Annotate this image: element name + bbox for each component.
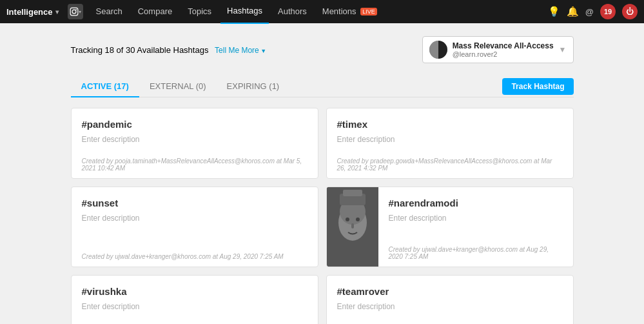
account-selector[interactable]: Mass Relevance All-Access @learn.rover2 …	[422, 36, 574, 63]
hashtag-meta-narendramodi: Created by ujwal.dave+kranger@khoros.com…	[389, 246, 563, 260]
hashtag-description-virushka: Enter description	[82, 302, 307, 311]
svg-rect-9	[351, 223, 354, 228]
hashtag-card-narendramodi[interactable]: #narendramodiEnter descriptionCreated by…	[326, 187, 574, 267]
hashtag-description-narendramodi: Enter description	[389, 214, 563, 223]
main-content: Tracking 18 of 30 Available Hashtags Tel…	[32, 23, 612, 324]
account-handle: @learn.rover2	[453, 50, 554, 58]
nav-compare[interactable]: Compare	[132, 0, 179, 23]
svg-point-2	[75, 9, 77, 10]
hashtag-description-timex: Enter description	[337, 135, 563, 144]
account-dropdown-icon[interactable]: ▼	[559, 45, 567, 54]
live-badge: LIVE	[360, 8, 377, 15]
svg-point-8	[356, 218, 360, 221]
hashtag-description-sunset: Enter description	[82, 214, 307, 223]
hashtag-card-sunset[interactable]: #sunsetEnter descriptionCreated by ujwal…	[71, 187, 318, 267]
top-navigation: Intelligence ▾ ▾ Search Compare Topics H…	[0, 0, 644, 23]
brand-dropdown-icon[interactable]: ▾	[55, 8, 59, 15]
tab-external[interactable]: EXTERNAL (0)	[139, 76, 217, 97]
svg-rect-0	[70, 8, 78, 15]
svg-point-1	[72, 10, 76, 14]
hashtag-name-pandemic[interactable]: #pandemic	[82, 119, 307, 130]
tab-active[interactable]: ACTIVE (17)	[71, 76, 139, 97]
nav-hashtags[interactable]: Hashtags	[220, 0, 269, 24]
account-logo	[429, 41, 447, 59]
hashtag-card-teamrover[interactable]: #teamroverEnter descriptionCreated by uj…	[326, 275, 574, 324]
tell-me-more-link[interactable]: Tell Me More	[215, 46, 266, 55]
tracking-info: Tracking 18 of 30 Available Hashtags Tel…	[71, 45, 267, 55]
hashtag-description-pandemic: Enter description	[82, 135, 307, 144]
hashtag-name-teamrover[interactable]: #teamrover	[337, 286, 563, 297]
hashtag-name-narendramodi[interactable]: #narendramodi	[389, 197, 563, 208]
at-icon[interactable]: @	[585, 7, 594, 17]
hashtag-meta-timex: Created by pradeep.gowda+MassRelevanceAl…	[337, 157, 563, 172]
hashtag-meta-pandemic: Created by pooja.taminath+MassRelevanceA…	[82, 157, 307, 172]
lightbulb-icon[interactable]: 💡	[548, 6, 560, 17]
hashtag-card-virushka[interactable]: #virushkaEnter descriptionCreated by ujw…	[71, 275, 318, 324]
svg-rect-11	[343, 190, 362, 196]
hashtag-meta-sunset: Created by ujwal.dave+kranger@khoros.com…	[82, 253, 307, 260]
brand-logo[interactable]: Intelligence ▾	[6, 7, 59, 17]
tracking-bar: Tracking 18 of 30 Available Hashtags Tel…	[71, 36, 574, 63]
nav-mentions[interactable]: Mentions LIVE	[316, 0, 384, 23]
tabs-bar: ACTIVE (17) EXTERNAL (0) EXPIRING (1) Tr…	[71, 76, 574, 97]
nav-topics[interactable]: Topics	[181, 0, 218, 23]
hashtag-card-timex[interactable]: #timexEnter descriptionCreated by pradee…	[326, 108, 574, 179]
hashtag-description-teamrover: Enter description	[337, 302, 563, 311]
tab-expiring[interactable]: EXPIRING (1)	[217, 76, 290, 97]
nav-search[interactable]: Search	[90, 0, 129, 23]
account-name: Mass Relevance All-Access	[453, 41, 554, 50]
card-image-narendramodi	[327, 187, 378, 267]
instagram-icon[interactable]: ▾	[68, 4, 83, 19]
hashtag-card-pandemic[interactable]: #pandemicEnter descriptionCreated by poo…	[71, 108, 318, 179]
tracking-text: Tracking 18 of 30 Available Hashtags	[71, 45, 209, 55]
bell-icon[interactable]: 🔔	[567, 6, 579, 17]
hashtag-grid: #pandemicEnter descriptionCreated by poo…	[71, 108, 574, 324]
user-avatar[interactable]: 19	[600, 4, 616, 19]
account-info: Mass Relevance All-Access @learn.rover2	[453, 41, 554, 58]
hashtag-name-sunset[interactable]: #sunset	[82, 197, 307, 208]
hashtag-name-virushka[interactable]: #virushka	[82, 286, 307, 297]
hashtag-name-timex[interactable]: #timex	[337, 119, 563, 130]
power-button[interactable]: ⏻	[622, 4, 638, 19]
track-hashtag-button[interactable]: Track Hashtag	[502, 78, 573, 95]
brand-name: Intelligence	[6, 7, 53, 17]
svg-point-7	[346, 218, 349, 221]
topnav-icons: 💡 🔔 @ 19 ⏻	[548, 4, 638, 19]
nav-authors[interactable]: Authors	[271, 0, 313, 23]
